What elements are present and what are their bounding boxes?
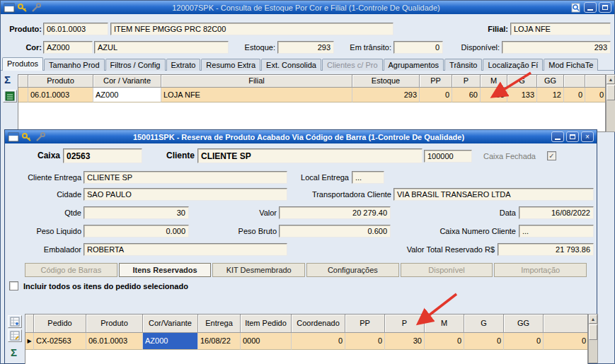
tab-kit-desmembrado[interactable]: KIT Desmembrado xyxy=(212,263,305,277)
transportadora-field[interactable]: VIA BRASIL TRANSAERO LTDA xyxy=(393,188,594,201)
reserva-grid-row[interactable]: ▶ CX-02563 06.01.0003 AZ000 16/08/22 000… xyxy=(25,333,587,350)
cidade-field[interactable]: SAO PAULO xyxy=(84,188,287,201)
produto-desc-field[interactable]: ITEM NFE PMGGG PRC 82C00 xyxy=(110,23,393,35)
scroll-up-button[interactable]: ▲ xyxy=(589,315,597,324)
cell-produto[interactable]: 06.01.0003 xyxy=(86,333,143,350)
cell-pp[interactable]: 0 xyxy=(420,88,452,102)
col-p[interactable]: P xyxy=(452,75,481,88)
cell-item-pedido[interactable]: 0000 xyxy=(241,333,292,350)
close-button[interactable]: × xyxy=(581,131,594,142)
scroll-up-button[interactable]: ▲ xyxy=(607,75,615,84)
estoque-field[interactable]: 293 xyxy=(277,41,334,54)
col-pp[interactable]: PP xyxy=(345,315,385,333)
col-cor-variante[interactable]: Cor / Variante xyxy=(93,75,161,88)
peso-liquido-field[interactable]: 0.000 xyxy=(84,225,189,237)
cell-entrega[interactable]: 16/08/22 xyxy=(198,333,241,350)
tab-mod-fichate[interactable]: Mod FichaTe xyxy=(544,59,598,71)
tab-codigo-de-barras[interactable]: Código de Barras xyxy=(25,263,117,277)
tab-disponivel[interactable]: Disponível xyxy=(401,263,493,277)
local-entrega-field[interactable]: ... xyxy=(352,171,384,184)
cell-m[interactable]: 0 xyxy=(425,333,464,350)
cliente-field[interactable]: CLIENTE SP xyxy=(197,148,423,163)
tab-extrato[interactable]: Extrato xyxy=(166,59,201,71)
cell-m[interactable]: 88 xyxy=(481,88,507,102)
export-excel-button[interactable] xyxy=(3,90,17,102)
reserva-grid-scrollbar[interactable]: ▲ xyxy=(588,314,598,363)
tab-agrupamentos[interactable]: Agrupamentos xyxy=(384,59,444,71)
cell-coordenado[interactable]: 0 xyxy=(292,333,345,350)
caixa-fechada-checkbox[interactable]: ✓ xyxy=(547,151,556,160)
col-g[interactable]: G xyxy=(507,75,537,88)
col-g[interactable]: G xyxy=(464,315,504,333)
cell-gg[interactable]: 0 xyxy=(504,333,544,350)
tab-configuracoes[interactable]: Configurações xyxy=(306,263,399,277)
scroll-thumb[interactable] xyxy=(607,85,615,100)
col-pp[interactable]: PP xyxy=(420,75,452,88)
stock-grid-scrollbar[interactable]: ▲ xyxy=(606,74,615,132)
col-pedido[interactable]: Pedido xyxy=(34,315,86,333)
tab-itens-reservados[interactable]: Itens Reservados xyxy=(119,263,212,277)
cor-code-field[interactable]: AZ000 xyxy=(43,41,93,54)
data-field[interactable]: 16/08/2022 xyxy=(519,206,594,219)
col-gg[interactable]: GG xyxy=(504,315,544,333)
cell-pp[interactable]: 0 xyxy=(345,333,385,350)
tab-clientes-pro[interactable]: Clientes c/ Pro xyxy=(322,59,383,71)
tab-transito[interactable]: Trânsito xyxy=(444,59,482,71)
col-m[interactable]: M xyxy=(425,315,464,333)
caixa-field[interactable]: 02563 xyxy=(63,148,142,163)
tab-importacao[interactable]: Importação xyxy=(494,263,587,277)
cell-p[interactable]: 30 xyxy=(385,333,425,350)
tab-ext-consolida[interactable]: Ext. Consolida xyxy=(261,59,321,71)
maximize-button[interactable] xyxy=(566,131,579,142)
tab-localizacao[interactable]: Localização Fí xyxy=(483,59,543,71)
em-transito-field[interactable]: 0 xyxy=(393,41,443,54)
col-extra-1[interactable] xyxy=(564,75,585,88)
peso-bruto-field[interactable]: 0.600 xyxy=(279,225,391,237)
cor-desc-field[interactable]: AZUL xyxy=(94,41,229,54)
col-produto[interactable]: Produto xyxy=(28,75,93,88)
produto-code-field[interactable]: 06.01.0003 xyxy=(43,23,108,35)
col-m[interactable]: M xyxy=(481,75,507,88)
disponivel-field[interactable]: 293 xyxy=(502,41,611,54)
cell-produto[interactable]: 06.01.0003 xyxy=(28,88,93,102)
valor-field[interactable]: 20 279.40 xyxy=(279,206,391,219)
col-cor-variante[interactable]: Cor/Variante xyxy=(143,315,198,333)
cell-extra-2[interactable]: 0 xyxy=(585,88,606,102)
grid-add-button[interactable] xyxy=(8,315,22,328)
cell-extra-1[interactable]: 0 xyxy=(564,88,585,102)
cell-cor-variante[interactable]: AZ000 xyxy=(93,88,161,102)
col-coordenado[interactable]: Coordenado xyxy=(292,315,345,333)
minimize-button[interactable] xyxy=(551,131,564,142)
cell-pedido[interactable]: CX-02563 xyxy=(34,333,86,350)
tab-tamanho-prod[interactable]: Tamanho Prod xyxy=(44,59,105,71)
tab-filtros-config[interactable]: Filtros / Config xyxy=(105,59,166,71)
scroll-thumb[interactable] xyxy=(589,324,597,340)
col-extra[interactable] xyxy=(544,315,588,333)
tab-produtos[interactable]: Produtos xyxy=(2,57,43,71)
cell-extra[interactable]: 0 xyxy=(544,333,588,350)
qtde-field[interactable]: 30 xyxy=(84,206,189,219)
col-estoque[interactable]: Estoque xyxy=(352,75,420,88)
filial-field[interactable]: LOJA NFE xyxy=(510,23,611,35)
tab-resumo-extra[interactable]: Resumo Extra xyxy=(201,59,260,71)
col-produto[interactable]: Produto xyxy=(86,315,143,333)
embalador-field[interactable]: ROBERTA xyxy=(84,243,287,256)
caixa-numero-cliente-field[interactable]: ... xyxy=(519,225,594,237)
grid-edit-button[interactable] xyxy=(8,329,22,342)
cell-cor-variante-selected[interactable]: AZ000 xyxy=(143,333,198,350)
report-search-icon[interactable] xyxy=(570,3,582,13)
col-p[interactable]: P xyxy=(385,315,425,333)
cell-gg[interactable]: 12 xyxy=(537,88,564,102)
form-icon[interactable] xyxy=(8,132,19,142)
minimize-button[interactable] xyxy=(584,2,597,13)
cliente-code-field[interactable]: 100000 xyxy=(424,150,472,163)
sum-sigma-icon[interactable]: Σ xyxy=(11,346,17,358)
form-icon[interactable] xyxy=(4,3,15,13)
col-item-pedido[interactable]: Item Pedido xyxy=(241,315,292,333)
cell-p[interactable]: 60 xyxy=(452,88,481,102)
include-all-checkbox[interactable] xyxy=(9,281,18,290)
cell-filial[interactable]: LOJA NFE xyxy=(161,88,352,102)
col-filial[interactable]: Filial xyxy=(161,75,352,88)
cliente-entrega-field[interactable]: CLIENTE SP xyxy=(84,171,287,184)
sum-sigma-icon[interactable]: Σ xyxy=(4,74,11,86)
